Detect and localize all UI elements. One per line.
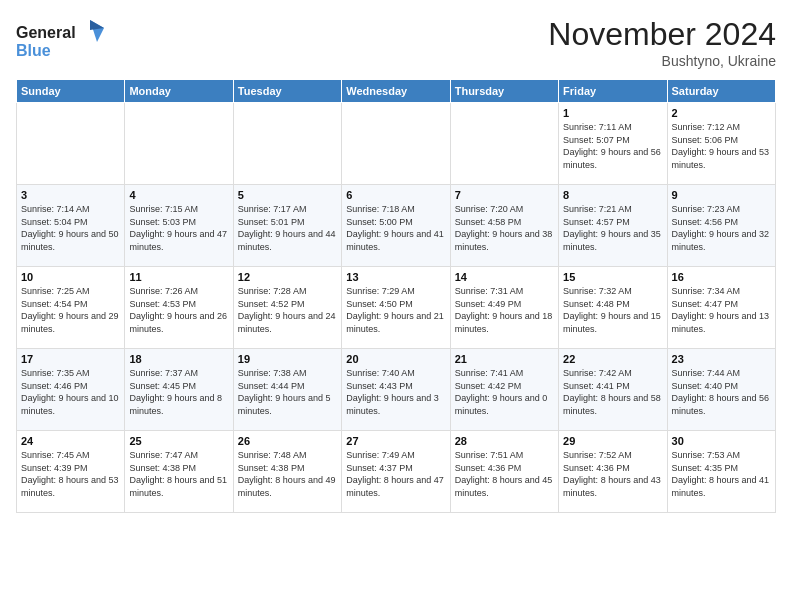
day-number: 27 bbox=[346, 435, 445, 447]
day-number: 3 bbox=[21, 189, 120, 201]
day-cell bbox=[17, 103, 125, 185]
day-info: Sunrise: 7:45 AMSunset: 4:39 PMDaylight:… bbox=[21, 449, 120, 499]
day-cell: 12Sunrise: 7:28 AMSunset: 4:52 PMDayligh… bbox=[233, 267, 341, 349]
day-info: Sunrise: 7:26 AMSunset: 4:53 PMDaylight:… bbox=[129, 285, 228, 335]
day-number: 19 bbox=[238, 353, 337, 365]
day-number: 1 bbox=[563, 107, 662, 119]
day-cell: 24Sunrise: 7:45 AMSunset: 4:39 PMDayligh… bbox=[17, 431, 125, 513]
day-info: Sunrise: 7:29 AMSunset: 4:50 PMDaylight:… bbox=[346, 285, 445, 335]
svg-text:Blue: Blue bbox=[16, 42, 51, 59]
logo-svg: General Blue bbox=[16, 16, 106, 64]
day-cell: 25Sunrise: 7:47 AMSunset: 4:38 PMDayligh… bbox=[125, 431, 233, 513]
week-row-5: 24Sunrise: 7:45 AMSunset: 4:39 PMDayligh… bbox=[17, 431, 776, 513]
day-cell: 6Sunrise: 7:18 AMSunset: 5:00 PMDaylight… bbox=[342, 185, 450, 267]
weekday-header-thursday: Thursday bbox=[450, 80, 558, 103]
day-cell: 22Sunrise: 7:42 AMSunset: 4:41 PMDayligh… bbox=[559, 349, 667, 431]
day-number: 4 bbox=[129, 189, 228, 201]
day-cell: 20Sunrise: 7:40 AMSunset: 4:43 PMDayligh… bbox=[342, 349, 450, 431]
day-number: 7 bbox=[455, 189, 554, 201]
day-cell: 13Sunrise: 7:29 AMSunset: 4:50 PMDayligh… bbox=[342, 267, 450, 349]
day-number: 6 bbox=[346, 189, 445, 201]
weekday-header-monday: Monday bbox=[125, 80, 233, 103]
weekday-header-saturday: Saturday bbox=[667, 80, 775, 103]
day-number: 29 bbox=[563, 435, 662, 447]
weekday-header-sunday: Sunday bbox=[17, 80, 125, 103]
day-info: Sunrise: 7:37 AMSunset: 4:45 PMDaylight:… bbox=[129, 367, 228, 417]
day-number: 16 bbox=[672, 271, 771, 283]
day-info: Sunrise: 7:12 AMSunset: 5:06 PMDaylight:… bbox=[672, 121, 771, 171]
day-cell: 11Sunrise: 7:26 AMSunset: 4:53 PMDayligh… bbox=[125, 267, 233, 349]
day-info: Sunrise: 7:18 AMSunset: 5:00 PMDaylight:… bbox=[346, 203, 445, 253]
day-cell: 17Sunrise: 7:35 AMSunset: 4:46 PMDayligh… bbox=[17, 349, 125, 431]
day-cell bbox=[450, 103, 558, 185]
header: General Blue November 2024 Bushtyno, Ukr… bbox=[16, 16, 776, 69]
day-cell: 29Sunrise: 7:52 AMSunset: 4:36 PMDayligh… bbox=[559, 431, 667, 513]
day-cell: 16Sunrise: 7:34 AMSunset: 4:47 PMDayligh… bbox=[667, 267, 775, 349]
day-cell: 21Sunrise: 7:41 AMSunset: 4:42 PMDayligh… bbox=[450, 349, 558, 431]
day-info: Sunrise: 7:23 AMSunset: 4:56 PMDaylight:… bbox=[672, 203, 771, 253]
day-number: 21 bbox=[455, 353, 554, 365]
day-info: Sunrise: 7:51 AMSunset: 4:36 PMDaylight:… bbox=[455, 449, 554, 499]
week-row-1: 1Sunrise: 7:11 AMSunset: 5:07 PMDaylight… bbox=[17, 103, 776, 185]
day-cell: 7Sunrise: 7:20 AMSunset: 4:58 PMDaylight… bbox=[450, 185, 558, 267]
title-block: November 2024 Bushtyno, Ukraine bbox=[548, 16, 776, 69]
day-number: 11 bbox=[129, 271, 228, 283]
day-info: Sunrise: 7:28 AMSunset: 4:52 PMDaylight:… bbox=[238, 285, 337, 335]
day-cell: 1Sunrise: 7:11 AMSunset: 5:07 PMDaylight… bbox=[559, 103, 667, 185]
calendar-table: SundayMondayTuesdayWednesdayThursdayFrid… bbox=[16, 79, 776, 513]
weekday-header-row: SundayMondayTuesdayWednesdayThursdayFrid… bbox=[17, 80, 776, 103]
day-number: 17 bbox=[21, 353, 120, 365]
day-info: Sunrise: 7:42 AMSunset: 4:41 PMDaylight:… bbox=[563, 367, 662, 417]
day-number: 22 bbox=[563, 353, 662, 365]
day-number: 24 bbox=[21, 435, 120, 447]
day-info: Sunrise: 7:32 AMSunset: 4:48 PMDaylight:… bbox=[563, 285, 662, 335]
day-cell: 10Sunrise: 7:25 AMSunset: 4:54 PMDayligh… bbox=[17, 267, 125, 349]
day-number: 12 bbox=[238, 271, 337, 283]
day-info: Sunrise: 7:21 AMSunset: 4:57 PMDaylight:… bbox=[563, 203, 662, 253]
day-info: Sunrise: 7:44 AMSunset: 4:40 PMDaylight:… bbox=[672, 367, 771, 417]
day-info: Sunrise: 7:52 AMSunset: 4:36 PMDaylight:… bbox=[563, 449, 662, 499]
day-info: Sunrise: 7:41 AMSunset: 4:42 PMDaylight:… bbox=[455, 367, 554, 417]
day-number: 30 bbox=[672, 435, 771, 447]
day-number: 2 bbox=[672, 107, 771, 119]
weekday-header-wednesday: Wednesday bbox=[342, 80, 450, 103]
day-info: Sunrise: 7:14 AMSunset: 5:04 PMDaylight:… bbox=[21, 203, 120, 253]
day-info: Sunrise: 7:49 AMSunset: 4:37 PMDaylight:… bbox=[346, 449, 445, 499]
week-row-3: 10Sunrise: 7:25 AMSunset: 4:54 PMDayligh… bbox=[17, 267, 776, 349]
week-row-4: 17Sunrise: 7:35 AMSunset: 4:46 PMDayligh… bbox=[17, 349, 776, 431]
location-subtitle: Bushtyno, Ukraine bbox=[548, 53, 776, 69]
day-cell: 18Sunrise: 7:37 AMSunset: 4:45 PMDayligh… bbox=[125, 349, 233, 431]
day-info: Sunrise: 7:34 AMSunset: 4:47 PMDaylight:… bbox=[672, 285, 771, 335]
day-cell bbox=[342, 103, 450, 185]
day-info: Sunrise: 7:20 AMSunset: 4:58 PMDaylight:… bbox=[455, 203, 554, 253]
day-info: Sunrise: 7:48 AMSunset: 4:38 PMDaylight:… bbox=[238, 449, 337, 499]
day-number: 28 bbox=[455, 435, 554, 447]
day-number: 9 bbox=[672, 189, 771, 201]
weekday-header-tuesday: Tuesday bbox=[233, 80, 341, 103]
calendar-page: General Blue November 2024 Bushtyno, Ukr… bbox=[0, 0, 792, 612]
day-info: Sunrise: 7:25 AMSunset: 4:54 PMDaylight:… bbox=[21, 285, 120, 335]
day-cell: 23Sunrise: 7:44 AMSunset: 4:40 PMDayligh… bbox=[667, 349, 775, 431]
day-number: 15 bbox=[563, 271, 662, 283]
day-number: 10 bbox=[21, 271, 120, 283]
day-cell: 26Sunrise: 7:48 AMSunset: 4:38 PMDayligh… bbox=[233, 431, 341, 513]
weekday-header-friday: Friday bbox=[559, 80, 667, 103]
day-cell: 3Sunrise: 7:14 AMSunset: 5:04 PMDaylight… bbox=[17, 185, 125, 267]
day-number: 18 bbox=[129, 353, 228, 365]
day-info: Sunrise: 7:11 AMSunset: 5:07 PMDaylight:… bbox=[563, 121, 662, 171]
day-info: Sunrise: 7:35 AMSunset: 4:46 PMDaylight:… bbox=[21, 367, 120, 417]
day-number: 25 bbox=[129, 435, 228, 447]
day-cell: 27Sunrise: 7:49 AMSunset: 4:37 PMDayligh… bbox=[342, 431, 450, 513]
day-number: 14 bbox=[455, 271, 554, 283]
day-cell: 15Sunrise: 7:32 AMSunset: 4:48 PMDayligh… bbox=[559, 267, 667, 349]
day-cell: 8Sunrise: 7:21 AMSunset: 4:57 PMDaylight… bbox=[559, 185, 667, 267]
day-info: Sunrise: 7:53 AMSunset: 4:35 PMDaylight:… bbox=[672, 449, 771, 499]
day-number: 26 bbox=[238, 435, 337, 447]
day-number: 23 bbox=[672, 353, 771, 365]
day-cell: 14Sunrise: 7:31 AMSunset: 4:49 PMDayligh… bbox=[450, 267, 558, 349]
day-number: 13 bbox=[346, 271, 445, 283]
svg-text:General: General bbox=[16, 24, 76, 41]
day-cell: 19Sunrise: 7:38 AMSunset: 4:44 PMDayligh… bbox=[233, 349, 341, 431]
day-cell: 5Sunrise: 7:17 AMSunset: 5:01 PMDaylight… bbox=[233, 185, 341, 267]
day-info: Sunrise: 7:15 AMSunset: 5:03 PMDaylight:… bbox=[129, 203, 228, 253]
